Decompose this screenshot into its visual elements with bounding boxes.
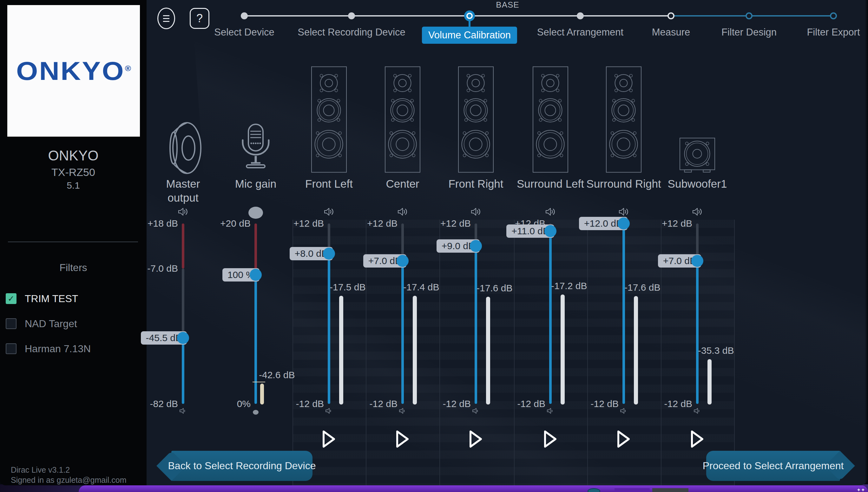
volume-low-icon <box>620 408 628 415</box>
volume-low-icon <box>694 408 701 415</box>
scale-min-label: -12 dB <box>443 398 471 410</box>
play-test-tone-button[interactable] <box>543 430 557 449</box>
dirac-live-window: ✦✦ ONKYO® ONKYO TX-RZ50 5.1 Filters TRIM… <box>0 0 868 492</box>
volume-high-icon <box>397 207 408 218</box>
slider-red-zone <box>182 223 184 269</box>
measured-level-bar <box>413 296 417 404</box>
scale-min-label: -12 dB <box>370 398 398 410</box>
scale-max-label: +20 dB <box>220 218 251 229</box>
tower-speaker-icon <box>533 66 568 174</box>
scale-min-label: 0% <box>237 398 251 410</box>
measured-level-bar <box>486 297 490 404</box>
play-test-tone-button[interactable] <box>322 430 336 449</box>
volume-high-icon <box>545 207 556 218</box>
volume-low-icon <box>472 408 480 415</box>
channel-center: Center +12 dB -12 dB +7.0 dB -17.4 dB <box>366 0 439 485</box>
play-test-tone-button[interactable] <box>617 430 631 449</box>
measured-level-bar <box>561 295 565 404</box>
channel-mic-gain: Mic gain +20 dB 0% 100 % -42.6 dB <box>219 0 292 485</box>
slider-red-zone <box>254 223 257 275</box>
measured-level-label: -17.2 dB <box>551 280 587 291</box>
step-label: Filter Export <box>764 27 868 38</box>
scale-max-label: +12 dB <box>294 218 324 229</box>
slider-track-upper[interactable] <box>182 269 184 338</box>
volume-low-icon <box>179 408 187 415</box>
volume-high-icon <box>470 207 481 218</box>
measured-level-bar <box>339 296 343 404</box>
front-left-slider-handle[interactable] <box>323 248 335 260</box>
window-edge <box>865 0 868 484</box>
measured-level-bar <box>260 384 264 404</box>
speaker-cone-icon <box>164 121 202 176</box>
scale-max-label: +12 dB <box>440 218 471 229</box>
measured-level-label: -17.6 dB <box>624 282 660 293</box>
tower-speaker-icon <box>606 66 642 174</box>
volume-low-icon <box>325 408 333 415</box>
channel-surround-right: Surround Right -12 dB +12.0 dB -17.6 dB <box>587 0 660 485</box>
slider-track-filled[interactable] <box>254 275 257 404</box>
channel-surround-left: Surround Left +12 dB -12 dB +11.0 dB -17… <box>514 0 587 485</box>
slider-track-filled[interactable] <box>623 223 625 404</box>
mic-gain-top-handle[interactable] <box>249 207 263 219</box>
back-button-label: Back to Select Recording Device <box>168 460 316 472</box>
scale-min-label: -12 dB <box>296 398 324 410</box>
scale-min-label: -12 dB <box>591 398 619 410</box>
channel-label: Subwoofer1 <box>641 177 753 190</box>
measured-level-label: -17.5 dB <box>330 282 366 293</box>
slider-track-filled[interactable] <box>475 246 477 404</box>
volume-high-icon <box>618 207 629 218</box>
tower-speaker-icon <box>311 66 347 174</box>
channel-master-output: Master output +18 dB -7.0 dB -82 dB -45.… <box>146 0 220 485</box>
volume-low-icon <box>547 408 554 415</box>
slider-track-filled[interactable] <box>696 261 699 404</box>
mic-gain-slider-handle[interactable] <box>250 269 262 281</box>
mic-bottom-dot <box>253 410 259 415</box>
channel-subwoofer1: Subwoofer1 +12 dB -12 dB +7.0 dB -35.3 d… <box>660 0 734 485</box>
play-test-tone-button[interactable] <box>396 430 409 449</box>
scale-max-label: +12 dB <box>367 218 398 229</box>
column-divider <box>734 220 735 485</box>
surround-left-slider-handle[interactable] <box>544 225 557 237</box>
scale-min-label: -12 dB <box>517 398 545 410</box>
back-button[interactable]: Back to Select Recording Device <box>171 451 312 481</box>
volume-high-icon <box>692 207 703 218</box>
tower-speaker-icon <box>458 66 494 174</box>
measured-level-bar <box>634 296 638 404</box>
slider-track-filled[interactable] <box>328 254 330 404</box>
measured-level-bar <box>707 359 711 404</box>
scale-min-label: -82 dB <box>150 398 178 410</box>
channel-front-left: Front Left +12 dB -12 dB +8.0 dB -17.5 d… <box>292 0 366 485</box>
measured-level-label: -35.3 dB <box>698 345 734 356</box>
scale-min-label: -12 dB <box>664 398 692 410</box>
slider-track-filled[interactable] <box>549 231 552 404</box>
measured-level-label: -17.4 dB <box>403 282 439 293</box>
channel-front-right: Front Right +12 dB -12 dB +9.0 dB -17.6 … <box>439 0 513 485</box>
front-right-slider-handle[interactable] <box>470 240 482 252</box>
measured-level-label: -42.6 dB <box>259 370 295 380</box>
measured-level-label: -17.6 dB <box>476 283 512 294</box>
scale-max-label: +12 dB <box>662 218 692 229</box>
play-test-tone-button[interactable] <box>469 430 483 449</box>
step-dot[interactable] <box>830 13 837 19</box>
volume-high-icon <box>324 207 334 218</box>
tower-speaker-icon <box>385 66 421 174</box>
volume-low-icon <box>399 408 406 415</box>
volume-high-icon <box>178 207 188 218</box>
scale-mid-label: -7.0 dB <box>147 263 178 274</box>
proceed-button-label: Proceed to Select Arrangement <box>703 460 844 472</box>
play-test-tone-button[interactable] <box>690 430 704 449</box>
microphone-icon <box>238 123 273 176</box>
proceed-button[interactable]: Proceed to Select Arrangement <box>706 451 840 481</box>
master-output-slider-handle[interactable] <box>177 332 189 344</box>
subwoofer-slider-handle[interactable] <box>691 255 703 267</box>
step-dot[interactable] <box>746 13 752 19</box>
slider-track-filled[interactable] <box>182 338 184 404</box>
scale-max-label: +18 dB <box>147 218 178 229</box>
center-slider-handle[interactable] <box>397 255 408 267</box>
subwoofer-icon <box>680 138 715 174</box>
surround-right-slider-handle[interactable] <box>618 218 630 229</box>
